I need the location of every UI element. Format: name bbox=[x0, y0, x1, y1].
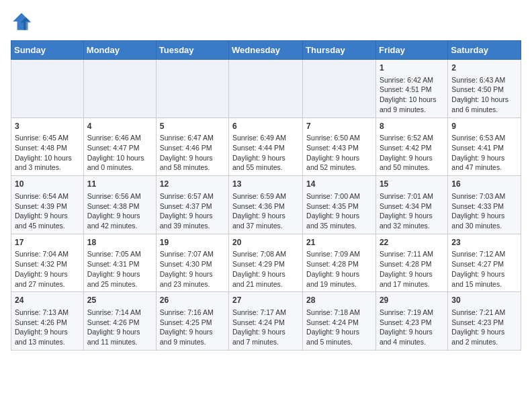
header-saturday: Saturday bbox=[448, 41, 521, 60]
day-number: 11 bbox=[87, 179, 152, 190]
sunset-text: Sunset: 4:47 PM bbox=[87, 144, 140, 152]
sunset-text: Sunset: 4:26 PM bbox=[87, 318, 140, 326]
daylight-text: Daylight: 9 hours and 17 minutes. bbox=[380, 270, 433, 288]
day-number: 7 bbox=[306, 121, 372, 132]
day-number: 16 bbox=[451, 179, 517, 190]
day-cell: 4Sunrise: 6:46 AMSunset: 4:47 PMDaylight… bbox=[83, 118, 156, 176]
sunrise-text: Sunrise: 7:13 AM bbox=[15, 308, 69, 316]
daylight-text: Daylight: 9 hours and 32 minutes. bbox=[380, 212, 433, 230]
sunrise-text: Sunrise: 6:53 AM bbox=[451, 134, 505, 142]
day-cell: 26Sunrise: 7:16 AMSunset: 4:25 PMDayligh… bbox=[156, 292, 228, 351]
day-cell: 9Sunrise: 6:53 AMSunset: 4:41 PMDaylight… bbox=[448, 118, 521, 176]
day-cell: 27Sunrise: 7:17 AMSunset: 4:24 PMDayligh… bbox=[229, 292, 303, 351]
daylight-text: Daylight: 9 hours and 58 minutes. bbox=[160, 154, 213, 172]
sunrise-text: Sunrise: 6:45 AM bbox=[15, 134, 69, 142]
sunrise-text: Sunrise: 7:12 AM bbox=[451, 250, 505, 258]
week-row-1: 1Sunrise: 6:42 AMSunset: 4:51 PMDaylight… bbox=[11, 60, 521, 118]
sunrise-text: Sunrise: 6:57 AM bbox=[160, 192, 214, 200]
daylight-text: Daylight: 9 hours and 4 minutes. bbox=[380, 328, 433, 346]
day-number: 23 bbox=[451, 237, 517, 248]
day-cell: 5Sunrise: 6:47 AMSunset: 4:46 PMDaylight… bbox=[156, 118, 228, 176]
daylight-text: Daylight: 9 hours and 37 minutes. bbox=[232, 212, 285, 230]
day-number: 4 bbox=[87, 121, 152, 132]
day-cell: 20Sunrise: 7:08 AMSunset: 4:29 PMDayligh… bbox=[229, 234, 303, 292]
day-cell: 30Sunrise: 7:21 AMSunset: 4:23 PMDayligh… bbox=[448, 292, 521, 351]
sunrise-text: Sunrise: 7:21 AM bbox=[451, 308, 505, 316]
day-cell: 2Sunrise: 6:43 AMSunset: 4:50 PMDaylight… bbox=[448, 60, 521, 118]
day-number: 17 bbox=[15, 237, 80, 248]
day-cell: 11Sunrise: 6:56 AMSunset: 4:38 PMDayligh… bbox=[83, 176, 156, 234]
daylight-text: Daylight: 9 hours and 19 minutes. bbox=[306, 270, 359, 288]
header-wednesday: Wednesday bbox=[229, 41, 303, 60]
day-cell: 15Sunrise: 7:01 AMSunset: 4:34 PMDayligh… bbox=[375, 176, 447, 234]
daylight-text: Daylight: 9 hours and 35 minutes. bbox=[306, 212, 359, 230]
week-row-2: 3Sunrise: 6:45 AMSunset: 4:48 PMDaylight… bbox=[11, 118, 521, 176]
daylight-text: Daylight: 9 hours and 2 minutes. bbox=[451, 328, 504, 346]
day-cell bbox=[83, 60, 156, 118]
logo-icon bbox=[11, 11, 32, 32]
day-cell: 29Sunrise: 7:19 AMSunset: 4:23 PMDayligh… bbox=[375, 292, 447, 351]
sunset-text: Sunset: 4:42 PM bbox=[380, 144, 432, 152]
week-row-3: 10Sunrise: 6:54 AMSunset: 4:39 PMDayligh… bbox=[11, 176, 521, 234]
sunrise-text: Sunrise: 7:00 AM bbox=[306, 192, 360, 200]
sunset-text: Sunset: 4:23 PM bbox=[451, 318, 504, 326]
day-cell: 28Sunrise: 7:18 AMSunset: 4:24 PMDayligh… bbox=[303, 292, 376, 351]
sunset-text: Sunset: 4:28 PM bbox=[306, 260, 359, 268]
day-number: 5 bbox=[160, 121, 225, 132]
day-cell: 25Sunrise: 7:14 AMSunset: 4:26 PMDayligh… bbox=[83, 292, 156, 351]
day-cell: 19Sunrise: 7:07 AMSunset: 4:30 PMDayligh… bbox=[156, 234, 228, 292]
day-number: 25 bbox=[87, 295, 152, 306]
sunset-text: Sunset: 4:23 PM bbox=[380, 318, 432, 326]
sunrise-text: Sunrise: 6:42 AM bbox=[380, 76, 433, 84]
daylight-text: Daylight: 9 hours and 25 minutes. bbox=[87, 270, 140, 288]
sunset-text: Sunset: 4:41 PM bbox=[451, 144, 504, 152]
day-number: 9 bbox=[451, 121, 517, 132]
daylight-text: Daylight: 10 hours and 3 minutes. bbox=[15, 154, 72, 172]
day-number: 8 bbox=[380, 121, 444, 132]
day-number: 26 bbox=[160, 295, 225, 306]
calendar-header-row: SundayMondayTuesdayWednesdayThursdayFrid… bbox=[11, 41, 521, 60]
day-cell: 18Sunrise: 7:05 AMSunset: 4:31 PMDayligh… bbox=[83, 234, 156, 292]
header-friday: Friday bbox=[375, 41, 447, 60]
daylight-text: Daylight: 9 hours and 15 minutes. bbox=[451, 270, 504, 288]
sunset-text: Sunset: 4:30 PM bbox=[160, 260, 212, 268]
daylight-text: Daylight: 9 hours and 11 minutes. bbox=[87, 328, 140, 346]
sunrise-text: Sunrise: 6:46 AM bbox=[87, 134, 141, 142]
day-cell: 14Sunrise: 7:00 AMSunset: 4:35 PMDayligh… bbox=[303, 176, 376, 234]
sunrise-text: Sunrise: 7:08 AM bbox=[232, 250, 286, 258]
sunset-text: Sunset: 4:31 PM bbox=[87, 260, 140, 268]
sunset-text: Sunset: 4:46 PM bbox=[160, 144, 212, 152]
day-cell: 12Sunrise: 6:57 AMSunset: 4:37 PMDayligh… bbox=[156, 176, 228, 234]
logo bbox=[11, 11, 35, 32]
day-cell: 17Sunrise: 7:04 AMSunset: 4:32 PMDayligh… bbox=[11, 234, 84, 292]
daylight-text: Daylight: 9 hours and 27 minutes. bbox=[15, 270, 68, 288]
day-number: 18 bbox=[87, 237, 152, 248]
sunset-text: Sunset: 4:36 PM bbox=[232, 202, 285, 210]
daylight-text: Daylight: 9 hours and 55 minutes. bbox=[232, 154, 285, 172]
daylight-text: Daylight: 10 hours and 0 minutes. bbox=[87, 154, 144, 172]
calendar-body: 1Sunrise: 6:42 AMSunset: 4:51 PMDaylight… bbox=[11, 60, 521, 351]
day-cell: 1Sunrise: 6:42 AMSunset: 4:51 PMDaylight… bbox=[375, 60, 447, 118]
sunrise-text: Sunrise: 7:11 AM bbox=[380, 250, 433, 258]
sunrise-text: Sunrise: 7:18 AM bbox=[306, 308, 360, 316]
sunset-text: Sunset: 4:28 PM bbox=[380, 260, 432, 268]
day-number: 13 bbox=[232, 179, 299, 190]
sunrise-text: Sunrise: 7:03 AM bbox=[451, 192, 505, 200]
header-monday: Monday bbox=[83, 41, 156, 60]
day-cell bbox=[11, 60, 84, 118]
sunset-text: Sunset: 4:26 PM bbox=[15, 318, 67, 326]
sunset-text: Sunset: 4:25 PM bbox=[160, 318, 212, 326]
day-number: 29 bbox=[380, 295, 444, 306]
daylight-text: Daylight: 9 hours and 39 minutes. bbox=[160, 212, 213, 230]
sunrise-text: Sunrise: 7:19 AM bbox=[380, 308, 433, 316]
day-cell: 16Sunrise: 7:03 AMSunset: 4:33 PMDayligh… bbox=[448, 176, 521, 234]
sunrise-text: Sunrise: 7:16 AM bbox=[160, 308, 214, 316]
day-cell: 13Sunrise: 6:59 AMSunset: 4:36 PMDayligh… bbox=[229, 176, 303, 234]
day-number: 20 bbox=[232, 237, 299, 248]
week-row-4: 17Sunrise: 7:04 AMSunset: 4:32 PMDayligh… bbox=[11, 234, 521, 292]
sunset-text: Sunset: 4:24 PM bbox=[306, 318, 359, 326]
day-number: 27 bbox=[232, 295, 299, 306]
day-number: 2 bbox=[451, 62, 517, 74]
sunset-text: Sunset: 4:34 PM bbox=[380, 202, 432, 210]
day-cell: 24Sunrise: 7:13 AMSunset: 4:26 PMDayligh… bbox=[11, 292, 84, 351]
